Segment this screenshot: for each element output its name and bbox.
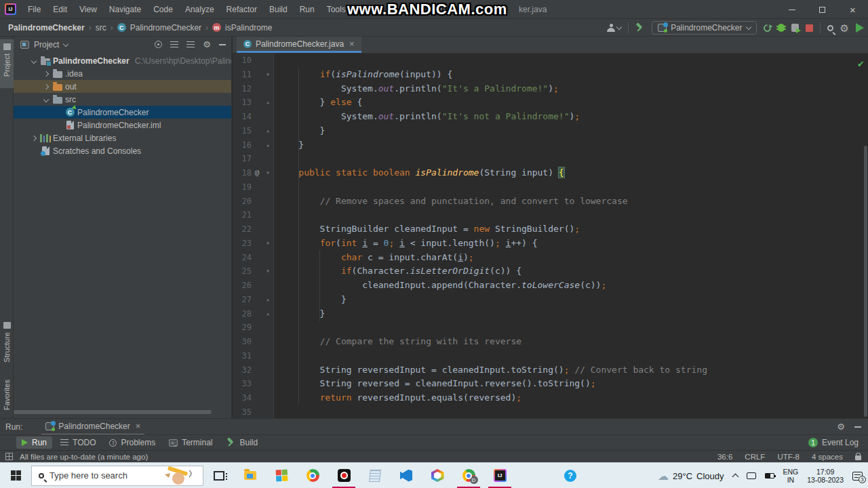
chevron-closed-icon[interactable] bbox=[43, 83, 49, 89]
minimize-button[interactable] bbox=[776, 0, 807, 19]
tree-item-external-libraries[interactable]: External Libraries bbox=[14, 131, 231, 144]
expand-all-icon[interactable] bbox=[170, 41, 178, 48]
menu-code[interactable]: Code bbox=[147, 0, 179, 19]
debug-button[interactable] bbox=[778, 24, 785, 32]
notification-icon[interactable]: 3 bbox=[852, 472, 863, 481]
code-area[interactable]: 1011▾ if(isPalindrome(input)) {12 System… bbox=[233, 54, 868, 418]
toolwindow-tab-todo[interactable]: TODO bbox=[55, 436, 101, 449]
task-view-button[interactable] bbox=[203, 463, 235, 488]
start-button[interactable] bbox=[0, 463, 31, 488]
fold-marker-icon[interactable]: ▾ bbox=[262, 264, 274, 279]
breadcrumb-item[interactable]: src bbox=[96, 23, 106, 33]
toolwindow-tab-terminal[interactable]: >_Terminal bbox=[163, 436, 218, 449]
tree-item-palindromechecker-iml[interactable]: PalindromeChecker.iml bbox=[14, 119, 231, 131]
clock[interactable]: 17:0913-08-2023 bbox=[807, 468, 844, 484]
build-hammer-button[interactable] bbox=[635, 23, 645, 33]
battery-icon[interactable] bbox=[765, 473, 774, 479]
file-explorer-button[interactable] bbox=[235, 463, 266, 488]
maximize-button[interactable] bbox=[807, 0, 837, 19]
panel-settings-icon[interactable]: ⚙ bbox=[203, 39, 211, 49]
search-everywhere-button[interactable] bbox=[827, 25, 833, 31]
fold-marker-icon[interactable]: ▾ bbox=[262, 68, 274, 82]
editor-scrollbar[interactable] bbox=[864, 146, 867, 417]
run-config-label: PalindromeChecker bbox=[671, 23, 742, 33]
menu-view[interactable]: View bbox=[73, 0, 103, 19]
toolwindow-tab-run[interactable]: Run bbox=[16, 436, 52, 449]
menu-run[interactable]: Run bbox=[294, 0, 321, 19]
intellij-taskbar-button[interactable] bbox=[484, 463, 515, 488]
file-encoding[interactable]: UTF-8 bbox=[777, 453, 800, 461]
hide-panel-icon[interactable] bbox=[219, 44, 226, 45]
fold-marker-icon[interactable]: ▴ bbox=[262, 293, 274, 307]
inspection-ok-icon[interactable]: ✔ bbox=[857, 59, 865, 69]
tool-tab-project[interactable]: Project bbox=[0, 39, 14, 88]
run-configuration-select[interactable]: PalindromeChecker bbox=[652, 21, 756, 35]
menu-analyze[interactable]: Analyze bbox=[179, 0, 220, 19]
weather-widget[interactable]: ☁ 29°C Cloudy bbox=[658, 470, 724, 483]
tree-item-out[interactable]: out bbox=[14, 80, 231, 93]
settings-gear-button[interactable]: ⚙ bbox=[840, 23, 849, 33]
breadcrumb-item[interactable]: PalindromeChecker bbox=[8, 23, 85, 33]
tree-item-palindromechecker[interactable]: PalindromeCheckerC:\Users\hp\Desktop\Pal… bbox=[14, 54, 231, 67]
close-button[interactable]: × bbox=[837, 0, 868, 19]
tree-item--idea[interactable]: .idea bbox=[14, 67, 231, 80]
tray-expand-icon[interactable] bbox=[732, 474, 738, 481]
tool-tab-structure[interactable]: Structure bbox=[0, 318, 14, 371]
menu-navigate[interactable]: Navigate bbox=[103, 0, 147, 19]
menu-edit[interactable]: Edit bbox=[47, 0, 73, 19]
chevron-closed-icon[interactable] bbox=[31, 135, 37, 140]
editor-tab[interactable]: C PalindromeChecker.java × bbox=[237, 37, 361, 53]
event-log-button[interactable]: 1 Event Log bbox=[808, 438, 859, 447]
hexagon-app-button[interactable] bbox=[422, 463, 453, 488]
fold-marker-icon[interactable]: ▾ bbox=[262, 166, 274, 180]
taskbar-search-input[interactable]: Type here to search bbox=[31, 466, 203, 486]
breadcrumb-item[interactable]: PalindromeChecker bbox=[130, 23, 201, 33]
run-tab[interactable]: PalindromeChecker × bbox=[41, 419, 144, 435]
tool-tab-favorites[interactable]: Favorites bbox=[0, 375, 14, 420]
tab-close-icon[interactable]: × bbox=[136, 421, 141, 431]
chrome-profile-button[interactable]: D bbox=[453, 463, 484, 488]
locate-file-icon[interactable] bbox=[155, 41, 162, 48]
stop-button[interactable] bbox=[806, 24, 813, 32]
line-separator[interactable]: CRLF bbox=[745, 453, 765, 461]
plugin-play-icon[interactable] bbox=[856, 23, 864, 33]
indent-setting[interactable]: 4 spaces bbox=[812, 453, 843, 461]
fold-marker-icon[interactable]: ▴ bbox=[262, 124, 274, 138]
hide-run-panel-icon[interactable] bbox=[854, 426, 861, 428]
fold-marker-icon[interactable]: ▴ bbox=[262, 96, 274, 110]
bandicam-button[interactable] bbox=[328, 463, 359, 488]
fold-marker-icon[interactable]: ▴ bbox=[262, 307, 274, 321]
tree-item-palindromechecker[interactable]: CPalindromeChecker bbox=[14, 106, 231, 119]
toolwindow-tab-build[interactable]: Build bbox=[221, 436, 264, 449]
breadcrumb-item[interactable]: isPalindrome bbox=[225, 23, 272, 33]
fold-marker-icon[interactable]: ▴ bbox=[262, 138, 274, 152]
collapse-all-icon[interactable] bbox=[186, 41, 195, 48]
toolwindow-tab-problems[interactable]: !Problems bbox=[104, 436, 161, 449]
menu-refactor[interactable]: Refactor bbox=[220, 0, 263, 19]
display-tray-icon[interactable] bbox=[747, 472, 756, 479]
run-settings-gear-icon[interactable]: ⚙ bbox=[837, 422, 845, 432]
chevron-open-icon[interactable] bbox=[31, 58, 37, 63]
menu-file[interactable]: File bbox=[22, 0, 47, 19]
folder-src-icon bbox=[53, 97, 62, 104]
notepad-button[interactable] bbox=[359, 463, 391, 488]
run-button[interactable] bbox=[762, 22, 772, 33]
toolwindow-switcher-icon[interactable] bbox=[5, 453, 13, 460]
language-indicator[interactable]: ENGIN bbox=[783, 468, 799, 484]
tree-item-src[interactable]: src bbox=[14, 93, 231, 106]
readonly-lock-icon[interactable] bbox=[855, 455, 861, 460]
chevron-open-icon[interactable] bbox=[43, 96, 49, 102]
fold-marker-icon[interactable]: ▾ bbox=[262, 237, 274, 251]
menu-build[interactable]: Build bbox=[263, 0, 294, 19]
color-grid-app-button[interactable] bbox=[266, 463, 297, 488]
coverage-button[interactable] bbox=[791, 24, 799, 32]
caret-position[interactable]: 36:6 bbox=[717, 453, 732, 461]
horizontal-scrollbar[interactable] bbox=[14, 410, 212, 414]
tree-item-scratches-and-consoles[interactable]: Scratches and Consoles bbox=[14, 144, 231, 157]
chrome-button[interactable] bbox=[297, 463, 328, 488]
vscode-button[interactable] bbox=[391, 463, 422, 488]
tab-close-icon[interactable]: × bbox=[349, 39, 355, 49]
help-button[interactable]: ? bbox=[555, 463, 586, 488]
user-profile-button[interactable] bbox=[607, 24, 621, 32]
chevron-closed-icon[interactable] bbox=[43, 70, 49, 76]
